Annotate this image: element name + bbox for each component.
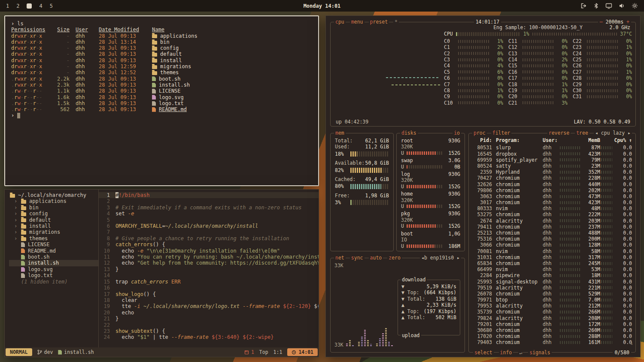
tree-item[interactable]: (1 hidden item) (9, 279, 98, 285)
logout-icon[interactable] (580, 3, 587, 9)
btop-tab-menu[interactable]: menu (350, 19, 365, 25)
process-row[interactable]: 32626chromiumdhh440M0.0 (472, 181, 632, 187)
tree-item[interactable]: ›bin (9, 205, 98, 211)
workspace-active-icon[interactable] (27, 3, 32, 9)
tree-item[interactable]: logo.svg (9, 266, 98, 272)
process-row[interactable]: 79824alacrittydhh208M0.0 (472, 315, 632, 321)
proc-sort-mode[interactable]: ◂ cpu lazy ▸ (594, 130, 632, 136)
cpu-core-C11: C110% (508, 38, 568, 44)
process-row[interactable]: 25213chromiumdhh488M0.0 (472, 230, 632, 236)
code-editor[interactable]: 1#!/bin/bash23# Exit immediately if a co… (99, 190, 319, 347)
network-interface-selector[interactable]: ◂b enp191s0 ▸ (420, 255, 461, 261)
ls-row: .rw-r--r--1.6kdhh28 Jul 09:13logo.svg (11, 94, 312, 100)
workspace-button-4[interactable]: 4 (39, 3, 42, 9)
process-row[interactable]: 80531slurpdhh87M0.0 (472, 145, 632, 151)
process-row[interactable]: 31031chromiumdhh317M0.0 (472, 254, 632, 260)
process-row[interactable]: 79403chromiumdhh161M0.0 (472, 339, 632, 345)
folder-icon (21, 231, 26, 235)
tree-item[interactable]: README.md (9, 248, 98, 254)
code-line: 12 echo "Get help from the community: ht… (99, 260, 319, 266)
terminal-prompt-line[interactable]: › (11, 112, 312, 118)
tree-item[interactable]: ›config (9, 211, 98, 217)
bluetooth-icon[interactable] (593, 3, 599, 9)
process-row[interactable]: 35739chromiumdhh266M0.0 (472, 309, 632, 315)
tree-item[interactable]: ›applications (9, 198, 98, 204)
process-row[interactable]: 80524sattydhh23M0.0 (472, 163, 632, 169)
tree-item[interactable]: install.sh (9, 260, 98, 266)
code-line: 21} (99, 316, 319, 322)
screen-icon[interactable] (605, 3, 612, 9)
net-tab-sync[interactable]: sync (350, 255, 365, 261)
net-tab-net[interactable]: net (334, 255, 346, 261)
process-row[interactable]: 79806chromiumdhh202M0.0 (472, 187, 632, 193)
tab-disks[interactable]: disks (400, 130, 418, 136)
scroll-down-indicator[interactable]: ↓ (630, 340, 633, 346)
proc-tab-tree[interactable]: tree (575, 130, 589, 136)
process-row[interactable]: 65834chromiumdhh245M0.0 (472, 260, 632, 266)
tree-item[interactable]: ›migrations (9, 229, 98, 235)
net-stat: ▲2,33 KiB/s (401, 302, 456, 308)
process-row[interactable]: 79201chromiumdhh172M0.0 (472, 321, 632, 327)
tree-item[interactable]: ›themes (9, 235, 98, 241)
tree-item[interactable]: ›install (9, 223, 98, 229)
process-row[interactable]: 75316chromiumdhh200M0.0 (472, 236, 632, 242)
workspace-button-2[interactable]: 2 (16, 3, 19, 9)
process-row[interactable]: 79411chromiumdhh237M0.0 (472, 224, 632, 230)
process-row[interactable]: 25993signal-desktopdhh431M0.0 (472, 279, 632, 285)
process-row[interactable]: 70427chromiumdhh228M0.0 (472, 175, 632, 181)
process-row[interactable]: 79519alacrittydhh221M0.0 (472, 285, 632, 291)
net-tab-zero[interactable]: zero (387, 255, 402, 261)
process-row[interactable]: 26078chromiumdhh529M0.0 (472, 291, 632, 297)
workspace-switcher: 1245 (6, 3, 53, 9)
download-label: download (401, 277, 427, 283)
process-row[interactable]: 79953alacrittydhh212M0.0 (472, 303, 632, 309)
ls-header-row: PermissionsSizeUserDate ModifiedName (11, 27, 312, 33)
upload-label: upload (401, 332, 421, 338)
process-row[interactable]: 16545dropboxdhh423M0.0 (472, 151, 632, 157)
btop-tab-cpu[interactable]: cpu (334, 19, 346, 25)
proc-action-signals[interactable]: signals (528, 350, 551, 356)
proc-tab-reverse[interactable]: reverse (547, 130, 571, 136)
cpu-total-percent: 1% (523, 31, 529, 37)
process-row[interactable]: 3017chromiumdhh423M0.0 (472, 199, 632, 205)
system-tray (580, 3, 638, 9)
process-row[interactable]: 3066chromiumdhh128M0.0 (472, 242, 632, 248)
process-row[interactable]: 30680chromiumdhh260M0.0 (472, 327, 632, 333)
process-row[interactable]: 79971btopdhh7.0M0.0 (472, 297, 632, 303)
disk-home: home930G320KU152G (401, 191, 460, 209)
process-row[interactable]: 2284pipewiredhh18M0.0 (472, 272, 632, 278)
gear-icon[interactable] (632, 3, 638, 9)
tab-io[interactable]: io (453, 130, 461, 136)
process-row[interactable]: 2674alacrittydhh203M0.0 (472, 218, 632, 224)
net-scale-top: 33K (334, 262, 343, 268)
process-row[interactable]: 17020chromiumdhh288M0.0 (472, 333, 632, 339)
process-row[interactable]: 69959spotify_playerdhh79M0.0 (472, 157, 632, 163)
tree-item[interactable]: logo.txt (9, 272, 98, 278)
btop-tab-preset[interactable]: preset (369, 19, 389, 25)
tree-item[interactable]: ›default (9, 217, 98, 223)
process-row[interactable]: 2359Hyprlanddhh352M0.0 (472, 169, 632, 175)
tree-item[interactable]: boot.sh (9, 254, 98, 260)
process-row[interactable]: 53275chromiumdhh222M0.0 (472, 211, 632, 217)
process-row[interactable]: 66499nvimdhh53M0.0 (472, 266, 632, 272)
image-file-icon (21, 267, 25, 272)
workspace-button-5[interactable]: 5 (50, 3, 53, 9)
file-tree-root[interactable]: ~/.local/share/omarchy (9, 192, 98, 198)
proc-action-select[interactable]: select (473, 350, 494, 356)
process-row[interactable]: 70081nvimdhh58M0.0 (472, 248, 632, 254)
proc-tab-proc[interactable]: proc (472, 130, 487, 136)
code-line: 5 (99, 217, 319, 223)
proc-tab-filter[interactable]: filter (491, 130, 512, 136)
process-row[interactable]: 3063chromiumdhh473M0.0 (472, 193, 632, 199)
tree-item[interactable]: LICENSE (9, 241, 98, 247)
btop-time: 14:01:17 (474, 19, 501, 25)
proc-action-info[interactable]: info (499, 350, 513, 356)
update-interval-control[interactable]: ─ 2000ms + (598, 19, 631, 25)
code-line: 22 (99, 322, 319, 328)
tab-mem[interactable]: mem (334, 130, 346, 136)
code-line: 20 echo (99, 310, 319, 316)
net-tab-auto[interactable]: auto (369, 255, 383, 261)
workspace-button-1[interactable]: 1 (6, 3, 9, 9)
process-row[interactable]: 80333nvimdhh48M0.0 (472, 205, 632, 211)
volume-icon[interactable] (619, 3, 625, 9)
